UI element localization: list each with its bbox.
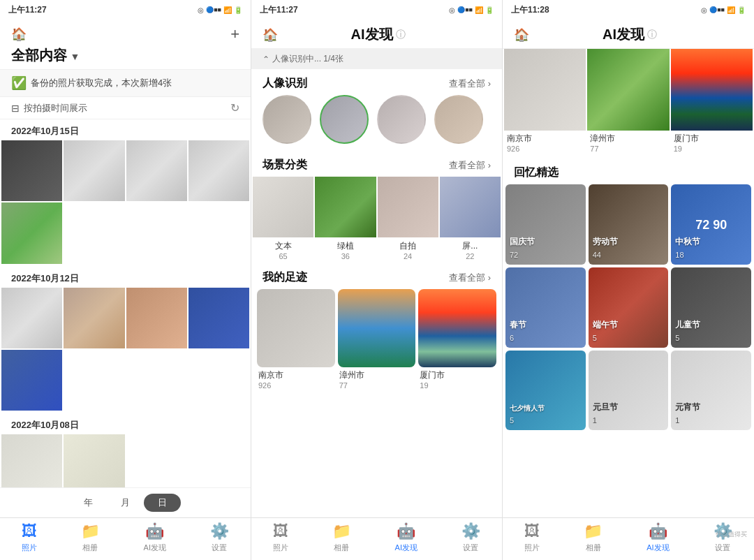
- tab-photos-2[interactable]: 🖼 照片: [273, 522, 288, 553]
- footprint-xiamen[interactable]: 厦门市 19: [418, 289, 496, 390]
- tab-ai-3[interactable]: 🤖 AI发现: [646, 522, 669, 553]
- memory-qixi[interactable]: 七夕情人节 5: [505, 351, 586, 431]
- tab-ai-2[interactable]: 🤖 AI发现: [395, 522, 417, 553]
- photo-thumb[interactable]: [126, 288, 187, 348]
- home-icon-3[interactable]: 🏠: [514, 27, 529, 43]
- progress-arrow: ⌃: [263, 54, 269, 64]
- scene-name-text: 文本: [275, 240, 292, 252]
- settings-tab-label-2: 设置: [463, 543, 478, 553]
- memory-ertong[interactable]: 儿童节 5: [671, 267, 751, 348]
- memory-yuandan[interactable]: 元旦节 1: [589, 351, 669, 431]
- tab-bar-3: 🖼 照片 📁 相册 🤖 AI发现 ⚙️ 设置 什么值得买: [503, 517, 754, 560]
- mem-count-zhongqiu: 18: [675, 251, 683, 259]
- mem-name-ertong: 儿童节: [675, 319, 700, 331]
- photo-thumb[interactable]: [64, 434, 124, 487]
- mem-count-qixi: 5: [510, 416, 514, 425]
- photo-thumb[interactable]: [188, 288, 249, 348]
- photos-tab-label-3: 照片: [524, 543, 540, 553]
- photos-tab-label-1: 照片: [22, 543, 37, 553]
- mem-name-yuanxiao: 元宵节: [675, 401, 700, 413]
- scene-count-screen: 22: [466, 252, 474, 260]
- mem-thumb-chunjie: 春节 6: [505, 267, 586, 348]
- photo-thumb[interactable]: [64, 140, 124, 201]
- face-row: [251, 95, 502, 151]
- tab-bar-2: 🖼 照片 📁 相册 🤖 AI发现 ⚙️ 设置: [251, 517, 502, 560]
- photos-tab-icon-3: 🖼: [524, 522, 540, 540]
- footprint-nanjing[interactable]: 南京市 926: [257, 289, 335, 390]
- album-tab-icon-1: 📁: [81, 522, 100, 540]
- tab-album-2[interactable]: 📁 相册: [332, 522, 351, 553]
- info-icon-3[interactable]: ⓘ: [647, 29, 657, 41]
- page-title-3: AI发现: [603, 25, 644, 44]
- scene-thumb-selfie: [378, 177, 438, 237]
- loc-nanjing[interactable]: 南京市 926: [504, 49, 586, 156]
- face-section-title: 人像识别: [263, 76, 307, 91]
- loc-thumb-xiamen: [671, 49, 753, 131]
- photos-scroll[interactable]: 2022年10月15日 2022年10月12日 2022年10月08日: [0, 119, 251, 487]
- loc-zhangzhou[interactable]: 漳州市 77: [587, 49, 669, 156]
- photos-tab-icon-2: 🖼: [273, 522, 288, 540]
- p3-scroll[interactable]: 南京市 926 漳州市 77 厦门市 19 回忆精选: [503, 49, 754, 517]
- photo-thumb[interactable]: [1, 140, 62, 201]
- mem-count-yuanxiao: 1: [675, 416, 679, 425]
- mem-count-guoqing: 72: [510, 251, 518, 259]
- scene-item-text[interactable]: 文本 65: [253, 177, 313, 263]
- title-arrow-1[interactable]: ▼: [70, 51, 80, 62]
- scene-item-screen[interactable]: 屏... 22: [440, 177, 501, 263]
- loc-xiamen[interactable]: 厦门市 19: [671, 49, 753, 156]
- face-circle-4[interactable]: [434, 95, 483, 144]
- timeline-month-btn[interactable]: 月: [107, 494, 144, 512]
- scene-item-selfie[interactable]: 自拍 24: [378, 177, 438, 263]
- photo-thumb[interactable]: [1, 202, 62, 263]
- home-icon-1[interactable]: 🏠: [11, 27, 27, 42]
- memory-guoqing[interactable]: 国庆节 72: [505, 184, 586, 265]
- tab-settings-1[interactable]: ⚙️ 设置: [210, 522, 229, 553]
- tab-album-1[interactable]: 📁 相册: [81, 522, 100, 553]
- face-see-all[interactable]: 查看全部 ›: [449, 78, 491, 90]
- scene-section-title: 场景分类: [263, 158, 307, 172]
- memory-zhongqiu[interactable]: 72 90 中秋节 18: [671, 184, 751, 265]
- timeline-year-btn[interactable]: 年: [70, 494, 107, 512]
- photo-thumb[interactable]: [64, 288, 124, 348]
- footprint-zhangzhou[interactable]: 漳州市 77: [338, 289, 416, 390]
- timeline-day-btn[interactable]: 日: [144, 494, 181, 512]
- mem-thumb-zhongqiu: 72 90 中秋节 18: [671, 184, 751, 265]
- scene-item-plant[interactable]: 绿植 36: [315, 177, 376, 263]
- face-circle-1[interactable]: [263, 95, 311, 144]
- photo-thumb[interactable]: [1, 288, 62, 348]
- scene-section-header: 场景分类 查看全部 ›: [251, 151, 502, 177]
- add-button-1[interactable]: +: [230, 25, 239, 43]
- tab-photos-3[interactable]: 🖼 照片: [524, 522, 540, 553]
- album-tab-label-3: 相册: [586, 543, 601, 553]
- footprint-see-all[interactable]: 查看全部 ›: [449, 272, 491, 284]
- photo-grid-oct15: [0, 140, 251, 264]
- memory-yuanxiao[interactable]: 元宵节 1: [671, 351, 751, 431]
- settings-tab-label-1: 设置: [212, 543, 227, 553]
- photo-thumb[interactable]: [1, 350, 62, 411]
- ai-scroll[interactable]: 人像识别 查看全部 › 场景分类 查看全部 › 文本 65: [251, 69, 502, 517]
- sort-label[interactable]: 按拍摄时间展示: [24, 102, 87, 115]
- settings-tab-label-3: 设置: [715, 543, 730, 553]
- memory-duanwu[interactable]: 端午节 5: [589, 267, 669, 348]
- tab-photos-1[interactable]: 🖼 照片: [22, 522, 37, 553]
- photo-thumb[interactable]: [188, 140, 249, 201]
- tab-settings-2[interactable]: ⚙️ 设置: [461, 522, 480, 553]
- tab-ai-1[interactable]: 🤖 AI发现: [144, 522, 166, 553]
- status-icons-1: ◎ 🔵■■ 📶 🔋: [198, 6, 242, 14]
- home-icon-2[interactable]: 🏠: [263, 27, 278, 43]
- info-icon-2[interactable]: ⓘ: [396, 29, 406, 41]
- ai-tab-label-3: AI发现: [646, 543, 669, 553]
- refresh-icon[interactable]: ↻: [230, 101, 239, 115]
- scene-see-all[interactable]: 查看全部 ›: [449, 159, 491, 172]
- photo-thumb[interactable]: [1, 434, 62, 487]
- photos-tab-label-2: 照片: [273, 543, 288, 553]
- photo-thumb[interactable]: [126, 140, 187, 201]
- mem-count-laodong: 44: [593, 251, 601, 259]
- face-circle-2[interactable]: [320, 95, 369, 144]
- tab-album-3[interactable]: 📁 相册: [584, 522, 603, 553]
- memory-chunjie[interactable]: 春节 6: [505, 267, 586, 348]
- fp-thumb-zhangzhou: [338, 289, 416, 367]
- face-circle-3[interactable]: [377, 95, 426, 144]
- photo-grid-oct12: [0, 288, 251, 411]
- memory-laodong[interactable]: 劳动节 44: [589, 184, 669, 265]
